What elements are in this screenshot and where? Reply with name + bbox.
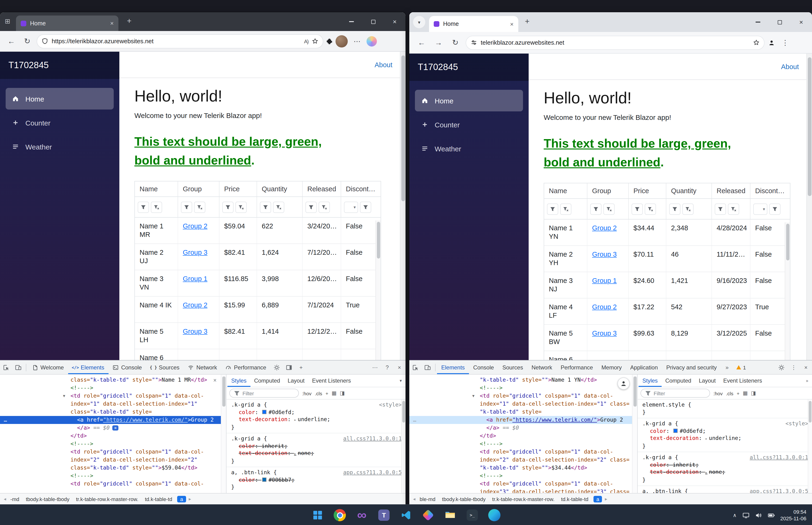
address-bar[interactable]: https://telerikblazor.azurewebsites.net … [37,34,323,48]
page-scrollbar[interactable] [806,54,812,360]
about-link[interactable]: About [374,61,393,69]
dom-tree-line[interactable]: </td> [0,432,226,440]
about-link[interactable]: About [781,63,799,70]
maximize-button[interactable] [769,12,791,32]
accessibility-inspector-button[interactable] [617,377,630,390]
devtools-tab-performance[interactable]: Performance [556,360,597,374]
tab-close-icon[interactable]: × [110,20,114,27]
breadcrumb-item[interactable]: a [594,496,602,502]
breadcrumb-item[interactable]: tbody.k-table-tbody [441,496,487,502]
page-scrollbar[interactable] [400,52,405,360]
group-link[interactable]: Group 3 [183,328,208,335]
styles-tab-styles[interactable]: Styles [639,375,661,387]
add-tool-icon[interactable]: + [295,360,307,374]
layout-sidebar-icon[interactable]: ◨ [340,390,345,396]
column-header-discontinued[interactable]: Discont… [341,181,376,196]
dom-tree-line[interactable]: <td role="gridcell" colspan="1" data-col… [0,448,226,456]
inline-hint-badge[interactable]: ≡ [112,425,119,431]
taskbar-clock[interactable]: 09:54 2025-11-06 [780,509,806,522]
dom-tree-line[interactable]: <td role="gridcell" colspan="1" data-col… [409,448,637,456]
dom-tree-line[interactable]: </a> == $0≡ [0,424,226,432]
css-property[interactable]: text-decoration: ▸none; [231,450,402,457]
styles-scrollbar-thumb[interactable] [402,401,405,422]
css-source-link[interactable]: all.css?11.3.0.0:1 [750,454,808,461]
profile-icon[interactable] [768,39,775,46]
styles-tabs-more-icon[interactable]: » [802,378,812,383]
tree-scrollbar-thumb[interactable] [633,376,637,407]
filter-button[interactable] [547,203,558,214]
css-selector[interactable]: a, .btn-link [231,469,270,476]
filter-clear-button[interactable] [728,203,739,214]
more-tabs-icon[interactable]: » [721,360,733,374]
styles-toggle[interactable]: :hov [713,390,723,396]
group-link[interactable]: Group 1 [592,277,617,284]
dom-tree-line[interactable]: <!----> [409,384,637,392]
tray-chevron-up-icon[interactable]: ∧ [733,512,737,518]
dom-tree-line[interactable]: <td role="gridcell" colspan="1" data-col… [409,480,637,488]
devtools-close-icon[interactable]: × [800,360,812,374]
styles-toggle[interactable]: .cls [315,390,322,396]
filter-clear-button[interactable] [560,203,571,214]
reload-button[interactable]: ↻ [21,34,34,48]
filter-button[interactable] [260,201,271,213]
tree-scrollbar[interactable] [632,375,637,493]
inspect-element-icon[interactable] [0,360,12,374]
expand-arrow-icon[interactable]: ▼ [472,392,475,400]
issues-badge[interactable]: 1 [733,364,749,370]
dom-tree-line[interactable]: "k-table-td" style="">$34.44</td> [409,464,637,472]
filter-button[interactable] [181,201,192,213]
css-property[interactable]: color: #0d6efd; [231,409,402,416]
back-button[interactable]: ← [415,36,428,49]
computed-sidebar-icon[interactable]: ▦ [743,390,748,396]
page-scrollbar-thumb[interactable] [808,57,812,196]
dom-tree-line[interactable]: <!----> [0,472,226,480]
breadcrumb-item[interactable]: td.k-table-td [143,496,174,502]
devtools-tab-console[interactable]: Console [109,360,146,374]
taskbar-edge-icon[interactable] [485,506,504,525]
color-swatch[interactable] [674,429,678,433]
browser-tab[interactable]: Home × [429,16,518,32]
tab-search-icon[interactable]: ▾ [413,16,425,28]
sidebar-item-counter[interactable]: Counter [415,114,523,135]
styles-tab-layout[interactable]: Layout [284,375,308,387]
filter-button[interactable] [360,201,371,213]
styles-scrollbar-thumb[interactable] [809,401,812,422]
devtools-tab-network[interactable]: Network [527,360,556,374]
styles-scrollbar[interactable] [808,400,812,493]
column-header-released[interactable]: Released [712,183,750,198]
devtools-tab-privacy-and-security[interactable]: Privacy and security [662,360,721,374]
devtools-settings-icon[interactable] [271,360,282,374]
group-link[interactable]: Group 3 [183,249,208,256]
styles-tab-event-listeners[interactable]: Event Listeners [308,375,354,387]
css-source-link[interactable]: <style> [785,420,808,427]
inspect-element-icon[interactable] [409,360,422,374]
column-header-quantity[interactable]: Quantity [257,181,303,196]
crumb-scroll-left-icon[interactable]: ◂ [2,496,8,501]
dom-tree-line[interactable]: </a> == $0 [409,424,637,432]
column-header-discontinued[interactable]: Discont… [750,183,785,198]
styles-toggle[interactable]: .cls [726,390,734,396]
taskbar-chrome-icon[interactable] [330,506,349,525]
filter-button[interactable] [138,201,149,213]
devtools-tab-sources[interactable]: { }Sources [146,360,184,374]
breadcrumb-item[interactable]: tr.k-table-row.k-master-row. [491,496,556,502]
new-tab-button[interactable]: + [127,16,132,26]
site-permissions-icon[interactable] [471,40,477,46]
crumb-scroll-right-icon[interactable]: ▸ [187,496,193,501]
css-selector[interactable]: .k-grid a [642,454,672,461]
dom-tree-line[interactable]: ▼<td role="gridcell" colspan="1" data-co… [0,392,226,400]
favorite-star-icon[interactable] [753,40,760,46]
css-selector[interactable]: a, .btn-link [642,488,681,493]
styles-tab-styles[interactable]: Styles [227,375,250,387]
filter-clear-button[interactable] [645,203,656,214]
sidebar-item-home[interactable]: Home [415,90,523,111]
copilot-icon[interactable] [367,36,377,46]
css-property[interactable]: color: #0d6efd; [642,427,808,435]
devtools-tab-application[interactable]: Application [626,360,662,374]
read-aloud-icon[interactable]: A) [304,38,308,44]
column-header-name[interactable]: Name [544,183,587,198]
column-header-released[interactable]: Released [303,181,341,196]
browser-tab[interactable]: Home × [16,15,119,31]
minimize-button[interactable] [747,12,769,32]
devtools-tab-network[interactable]: Network [184,360,221,374]
